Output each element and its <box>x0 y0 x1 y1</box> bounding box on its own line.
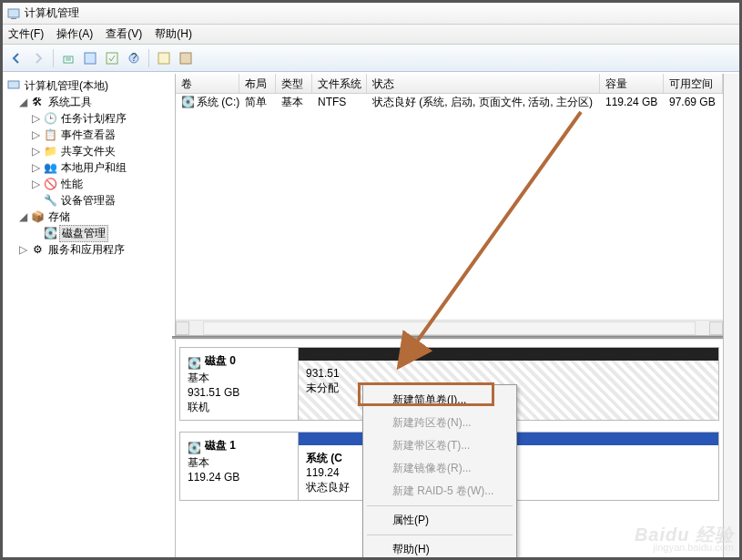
tree-shared-folders[interactable]: ▷ 📁 共享文件夹 <box>5 143 173 159</box>
titlebar: 计算机管理 <box>3 3 739 25</box>
collapse-icon[interactable]: ◢ <box>17 210 28 223</box>
tree-device-manager[interactable]: 🔧 设备管理器 <box>5 192 173 209</box>
tree-local-users[interactable]: ▷ 👥 本地用户和组 <box>5 159 173 176</box>
action-pane-collapsed[interactable] <box>723 74 739 557</box>
context-menu: 新建简单卷(I)... 新建跨区卷(N)... 新建带区卷(T)... 新建镜像… <box>362 384 517 560</box>
services-icon: ⚙ <box>30 242 45 257</box>
app-icon <box>6 6 21 21</box>
ctx-new-span-volume: 新建跨区卷(N)... <box>365 412 514 434</box>
view2-button[interactable] <box>176 48 196 68</box>
svg-rect-4 <box>107 53 117 64</box>
tree-system-tools[interactable]: ◢ 🛠 系统工具 <box>5 94 173 110</box>
folder-share-icon: 📁 <box>43 144 57 158</box>
disk-info: 💽磁盘 1 基本 119.24 GB <box>180 433 299 500</box>
collapse-icon[interactable]: ◢ <box>17 96 28 108</box>
menu-action[interactable]: 操作(A) <box>56 26 93 42</box>
volume-row[interactable]: 💽 系统 (C:) 简单 基本 NTFS 状态良好 (系统, 启动, 页面文件,… <box>176 94 723 110</box>
ctx-help[interactable]: 帮助(H) <box>365 538 514 560</box>
svg-rect-7 <box>158 53 169 64</box>
window-title: 计算机管理 <box>25 5 79 21</box>
pane-splitter[interactable] <box>172 336 727 340</box>
toolbar-separator <box>148 49 149 67</box>
refresh-button[interactable] <box>102 48 122 68</box>
wrench-icon: 🛠 <box>30 95 45 109</box>
computer-icon <box>6 78 21 93</box>
app-window: 计算机管理 文件(F) 操作(A) 查看(V) 帮助(H) ? 计算机管理(本地… <box>0 0 742 560</box>
svg-rect-0 <box>8 9 19 17</box>
col-free[interactable]: 可用空间 <box>664 74 723 93</box>
col-layout[interactable]: 布局 <box>239 74 276 93</box>
device-icon: 🔧 <box>43 193 57 208</box>
col-status[interactable]: 状态 <box>367 74 600 93</box>
nav-back-button[interactable] <box>6 48 26 68</box>
ctx-new-stripe-volume: 新建带区卷(T)... <box>365 434 514 457</box>
event-icon: 📋 <box>43 127 57 142</box>
menu-help[interactable]: 帮助(H) <box>155 26 192 42</box>
users-icon: 👥 <box>43 160 57 175</box>
svg-rect-8 <box>180 53 191 64</box>
col-type[interactable]: 类型 <box>276 74 312 93</box>
scroll-left-icon[interactable] <box>176 321 189 335</box>
menubar: 文件(F) 操作(A) 查看(V) 帮助(H) <box>3 25 739 45</box>
tree-root[interactable]: 计算机管理(本地) <box>5 77 173 94</box>
partition-bar <box>299 348 718 361</box>
tree-storage[interactable]: ◢ 📦 存储 <box>5 209 173 225</box>
up-button[interactable] <box>58 48 78 68</box>
ctx-new-raid5-volume: 新建 RAID-5 卷(W)... <box>365 480 514 503</box>
expand-icon[interactable]: ▷ <box>30 112 41 125</box>
svg-rect-3 <box>85 53 96 64</box>
disk-icon: 💽 <box>188 441 201 455</box>
disk-info: 💽磁盘 0 基本 931.51 GB 联机 <box>180 348 299 420</box>
ctx-new-simple-volume[interactable]: 新建简单卷(I)... <box>365 389 514 412</box>
expand-icon[interactable]: ▷ <box>30 145 41 158</box>
volume-list-header: 卷 布局 类型 文件系统 状态 容量 可用空间 <box>176 74 723 94</box>
scroll-right-icon[interactable] <box>709 321 723 335</box>
tree-task-scheduler[interactable]: ▷ 🕒 任务计划程序 <box>5 110 173 127</box>
tree-disk-management[interactable]: 💽 磁盘管理 <box>5 225 173 241</box>
storage-icon: 📦 <box>30 209 45 224</box>
col-capacity[interactable]: 容量 <box>600 74 664 93</box>
ctx-separator <box>367 535 513 535</box>
disk-icon: 💽 <box>43 226 57 240</box>
scroll-track[interactable] <box>203 321 696 335</box>
menu-view[interactable]: 查看(V) <box>106 26 142 42</box>
clock-icon: 🕒 <box>43 111 57 126</box>
volume-list: 卷 布局 类型 文件系统 状态 容量 可用空间 💽 系统 (C:) 简单 基本 … <box>176 74 723 336</box>
tree-services-apps[interactable]: ▷ ⚙ 服务和应用程序 <box>5 241 173 258</box>
col-fs[interactable]: 文件系统 <box>312 74 367 93</box>
disk-icon: 💽 <box>188 356 201 371</box>
col-volume[interactable]: 卷 <box>176 74 239 93</box>
help-button[interactable]: ? <box>124 48 144 68</box>
tree-performance[interactable]: ▷ 🚫 性能 <box>5 176 173 192</box>
perf-icon: 🚫 <box>43 177 57 191</box>
svg-rect-1 <box>11 18 16 19</box>
ctx-properties[interactable]: 属性(P) <box>365 509 514 532</box>
nav-forward-button[interactable] <box>28 48 48 68</box>
volume-icon: 💽 <box>181 96 195 108</box>
nav-tree: 计算机管理(本地) ◢ 🛠 系统工具 ▷ 🕒 任务计划程序 ▷ 📋 事件查看器 <box>3 74 176 557</box>
expand-icon[interactable]: ▷ <box>30 161 41 174</box>
toolbar: ? <box>3 45 739 72</box>
expand-icon[interactable]: ▷ <box>17 243 28 256</box>
svg-text:?: ? <box>131 52 137 64</box>
expand-icon[interactable]: ▷ <box>30 178 41 190</box>
h-scrollbar[interactable] <box>176 320 723 335</box>
tree-event-viewer[interactable]: ▷ 📋 事件查看器 <box>5 127 173 143</box>
svg-rect-9 <box>8 81 19 88</box>
toolbar-separator <box>53 49 54 67</box>
menu-file[interactable]: 文件(F) <box>8 26 44 42</box>
ctx-separator <box>367 505 513 506</box>
expand-icon[interactable]: ▷ <box>30 128 41 141</box>
ctx-new-mirror-volume: 新建镜像卷(R)... <box>365 457 514 480</box>
properties-button[interactable] <box>80 48 100 68</box>
view1-button[interactable] <box>154 48 174 68</box>
